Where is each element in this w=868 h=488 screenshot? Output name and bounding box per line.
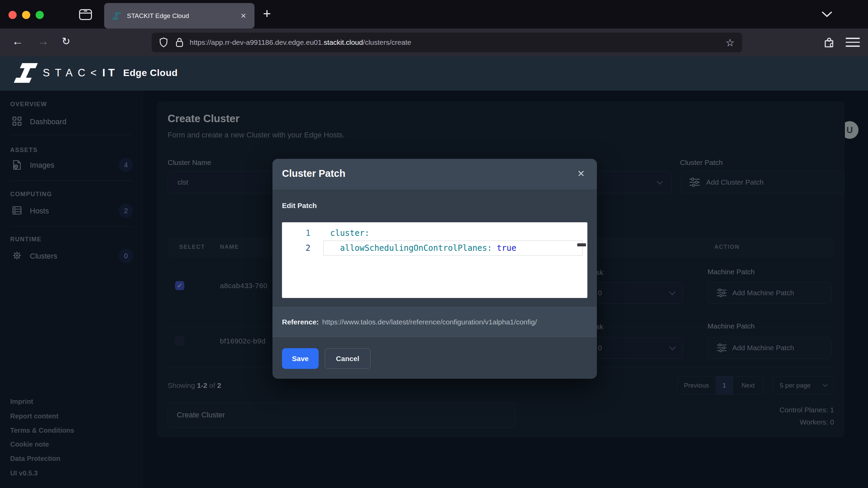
window-close-button[interactable] [8, 11, 17, 19]
code-value: true [497, 243, 516, 253]
brand-stac: STAC [43, 67, 90, 79]
code-key: cluster: [330, 228, 370, 238]
window-zoom-button[interactable] [36, 11, 44, 19]
brand-wordmark: STAC<IT Edge Cloud [43, 67, 178, 79]
brand-k-angle: < [90, 67, 101, 79]
forward-button[interactable]: → [37, 35, 49, 48]
cancel-button[interactable]: Cancel [325, 348, 371, 369]
tab-list-chevron-down-icon[interactable] [821, 11, 833, 18]
reload-button[interactable]: ↻ [62, 35, 70, 47]
browser-tab[interactable]: STACKIT Edge Cloud ✕ [104, 3, 254, 29]
shield-icon[interactable] [159, 37, 168, 48]
code-line-1: 1 cluster: [282, 226, 587, 241]
editor-scrollbar-thumb[interactable] [577, 243, 586, 246]
code-line-2: 2 allowSchedulingOnControlPlanes: true [282, 241, 587, 256]
code-editor[interactable]: 1 cluster: 2 allowSchedulingOnControlPla… [282, 222, 587, 298]
reference-url: https://www.talos.dev/latest/reference/c… [322, 318, 537, 326]
tab-favicon-stackit-icon [112, 12, 121, 20]
bookmark-star-icon[interactable]: ☆ [725, 37, 735, 49]
modal-header: Cluster Patch ✕ [272, 159, 597, 190]
stackit-logo-icon [14, 63, 44, 84]
tab-close-icon[interactable]: ✕ [240, 12, 246, 20]
extensions-puzzle-icon[interactable] [823, 36, 835, 49]
tab-title: STACKIT Edge Cloud [127, 12, 240, 20]
cluster-patch-modal: Cluster Patch ✕ Edit Patch 1 cluster: 2 … [272, 159, 597, 379]
url-prefix: https://app.rr-dev-a991186.dev.edge.eu01… [190, 38, 324, 46]
tab-container-icon[interactable] [79, 9, 92, 20]
code-key: allowSchedulingOnControlPlanes: [340, 243, 492, 253]
new-tab-button[interactable]: + [263, 6, 271, 21]
reference-label: Reference: [282, 318, 319, 326]
save-button[interactable]: Save [282, 348, 319, 369]
reference-bar: Reference: https://www.talos.dev/latest/… [272, 307, 597, 337]
menu-hamburger-icon[interactable] [846, 38, 860, 47]
browser-tab-strip: STACKIT Edge Cloud ✕ + [0, 0, 868, 29]
product-name: Edge Cloud [123, 68, 178, 78]
browser-toolbar: ← → ↻ https://app.rr-dev-a991186.dev.edg… [0, 29, 868, 56]
screen: STACKIT Edge Cloud ✕ + ← → ↻ https://app… [0, 0, 868, 488]
tab-container-icon-line [80, 13, 91, 14]
line-number: 1 [282, 228, 322, 238]
lock-icon[interactable] [175, 37, 184, 48]
line-number: 2 [282, 243, 322, 253]
modal-title: Cluster Patch [282, 168, 345, 179]
edit-patch-label: Edit Patch [282, 202, 317, 210]
url-domain: stackit.cloud [324, 38, 363, 46]
url-bar[interactable]: https://app.rr-dev-a991186.dev.edge.eu01… [152, 33, 742, 52]
app-header: STAC<IT Edge Cloud U [0, 56, 868, 91]
window-minimize-button[interactable] [22, 11, 30, 19]
modal-close-icon[interactable]: ✕ [577, 168, 585, 179]
tab-container-icon-dash [84, 11, 87, 12]
back-button[interactable]: ← [12, 35, 23, 48]
url-text: https://app.rr-dev-a991186.dev.edge.eu01… [190, 38, 725, 46]
brand-it: IT [102, 67, 118, 79]
url-path: /clusters/create [363, 38, 411, 46]
